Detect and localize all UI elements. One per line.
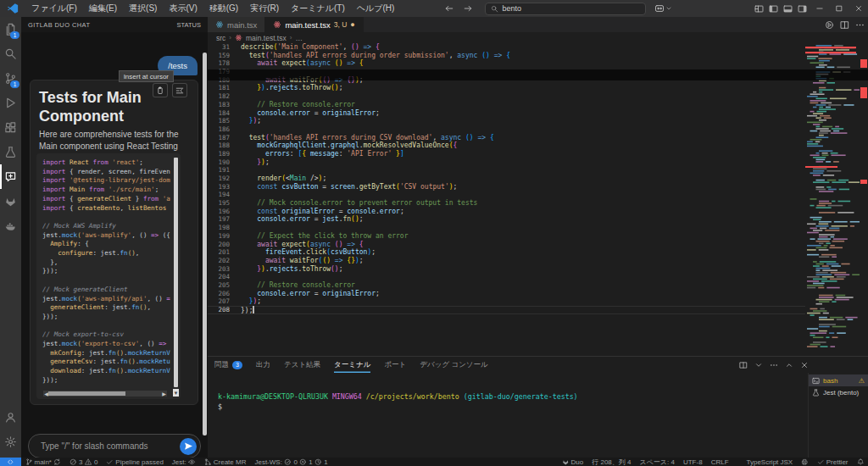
menu-item-1[interactable]: 編集(E) <box>83 3 123 13</box>
terminal-output[interactable]: k-kamimura@DESKTOP-QLRU3UK MINGW64 /c/pr… <box>208 373 809 458</box>
code-line-203[interactable]: 203 }).rejects.toThrow(); <box>208 265 805 274</box>
status-git-branch[interactable]: main* <box>21 458 65 466</box>
layout-customize-button[interactable] <box>752 0 766 17</box>
activity-settings[interactable] <box>0 430 21 454</box>
tab-main-test-tsx[interactable]: main.test.tsx3, U● <box>265 17 363 32</box>
tab-main-tsx[interactable]: main.tsx <box>208 17 265 32</box>
activity-search[interactable] <box>0 42 21 66</box>
code-line-178[interactable]: 178 await expect(async () => { <box>208 59 805 68</box>
insert-cursor-button[interactable] <box>172 83 187 97</box>
code-line-208[interactable]: 208}); <box>208 306 805 314</box>
code-block-vscrollbar[interactable] <box>174 158 178 387</box>
code-line-207[interactable]: 207 }); <box>208 297 805 306</box>
code-line-31[interactable]: 31describe('Main Component', () => { <box>208 43 805 52</box>
chat-input[interactable] <box>39 441 180 452</box>
arrow-right-icon[interactable] <box>463 3 473 14</box>
split-editor-icon[interactable] <box>840 20 849 30</box>
code-line-188[interactable]: 188 mockGraphqlClient.graphql.mockResolv… <box>208 141 805 150</box>
status-encoding[interactable]: UTF-8 <box>679 458 707 466</box>
panel-tab-5[interactable]: デバッグ コンソール <box>420 357 487 373</box>
menu-item-5[interactable]: 実行(R) <box>244 3 285 13</box>
status-language-mode[interactable]: TypeScript JSX <box>733 458 798 466</box>
code-line-183[interactable]: 183 // Restore console.error <box>208 101 805 109</box>
menu-item-4[interactable]: 移動(G) <box>203 3 244 13</box>
code-line-185[interactable]: 185 }); <box>208 117 805 125</box>
columns-icon[interactable] <box>739 361 748 369</box>
code-line-206[interactable]: 206 console.error = originalError; <box>208 290 805 298</box>
window-minimize-button[interactable] <box>810 0 829 17</box>
panel-tab-3[interactable]: ターミナル <box>334 357 370 373</box>
code-line-191[interactable]: 191 <box>208 166 805 175</box>
status-eol[interactable]: CRLF <box>707 458 733 466</box>
status-feedback[interactable] <box>797 458 813 466</box>
code-line-182[interactable]: 182 <box>208 92 805 101</box>
code-line-181[interactable]: 181 }).rejects.toThrow(); <box>208 84 805 92</box>
activity-accounts[interactable] <box>0 405 21 430</box>
code-line-190[interactable]: 190 }); <box>208 158 805 167</box>
status-remote-indicator[interactable] <box>0 458 21 466</box>
layout-panel-button[interactable] <box>781 0 795 17</box>
code-line-186[interactable]: 186 <box>208 125 805 134</box>
code-line-198[interactable]: 198 <box>208 224 805 232</box>
chevron-down-icon[interactable] <box>754 361 763 369</box>
chevron-up-icon[interactable] <box>785 361 793 369</box>
hscroll-thumb[interactable] <box>48 391 125 396</box>
status-formatter[interactable]: Prettier <box>813 458 853 466</box>
code-line-195[interactable]: 195 // Mock console.error to prevent err… <box>208 199 805 208</box>
panel-tab-4[interactable]: ポート <box>384 357 406 373</box>
code-line-159[interactable]: 159 test('handles API errors during orde… <box>208 52 805 60</box>
status-duo[interactable]: Duo <box>558 458 588 466</box>
code-line-192[interactable]: 192 render(<Main />); <box>208 175 805 183</box>
code-line-201[interactable]: 201 fireEvent.click(csvButton); <box>208 248 805 257</box>
status-jest-ws[interactable]: Jest-WS:011 <box>250 458 331 466</box>
activity-source-control[interactable]: 1 <box>0 66 21 91</box>
breadcrumb-root[interactable]: src <box>216 34 225 42</box>
run-circle-icon[interactable] <box>825 20 834 30</box>
terminal-session-jest-bento-[interactable]: Jest (bento) <box>809 386 868 398</box>
window-maximize-button[interactable] <box>829 0 849 17</box>
panel-tab-1[interactable]: 出力 <box>256 357 270 373</box>
sidebar-scrollbar[interactable] <box>203 53 207 435</box>
scroll-down-button[interactable]: ▼ <box>173 389 179 397</box>
ellipsis-icon[interactable] <box>770 361 778 369</box>
ellipsis-icon[interactable] <box>855 20 865 30</box>
activity-gitlab-workflow[interactable] <box>0 189 21 214</box>
code-line-202[interactable]: 202 await waitFor(() => {}); <box>208 257 805 265</box>
activity-extensions[interactable] <box>0 115 21 140</box>
arrow-left-icon[interactable] <box>444 3 454 14</box>
panel-tab-2[interactable]: テスト結果 <box>284 357 320 373</box>
breadcrumb[interactable]: src›main.test.tsx›… <box>208 32 868 43</box>
activity-run-debug[interactable] <box>0 91 21 115</box>
code-block-hscrollbar[interactable]: ◀ ▶ <box>43 391 167 397</box>
activity-testing[interactable] <box>0 140 21 164</box>
breadcrumb-symbol[interactable]: … <box>295 34 303 42</box>
close-icon[interactable] <box>800 361 809 369</box>
status-cursor-position[interactable]: 行 208、列 4 <box>587 458 635 466</box>
status-pipeline-status[interactable]: Pipeline passed <box>102 458 167 466</box>
menu-item-0[interactable]: ファイル(F) <box>25 3 83 13</box>
command-center-search[interactable]: bento <box>485 3 646 15</box>
code-line-205[interactable]: 205 // Restore console.error <box>208 281 805 290</box>
menu-item-3[interactable]: 表示(V) <box>163 3 203 13</box>
minimap[interactable] <box>805 43 860 355</box>
menu-item-7[interactable]: ヘルプ(H) <box>351 3 401 13</box>
code-area[interactable]: 31describe('Main Component', () => {159 … <box>208 43 805 356</box>
code-line-199[interactable]: 199 // Expect the click to throw an erro… <box>208 232 805 241</box>
code-line-197[interactable]: 197 console.error = jest.fn(); <box>208 215 805 224</box>
scroll-right-arrow[interactable]: ▶ <box>161 391 167 397</box>
menu-item-2[interactable]: 選択(S) <box>123 3 163 13</box>
status-indentation[interactable]: スペース: 4 <box>635 458 678 466</box>
terminal-session-bash[interactable]: bash⚠ <box>809 374 868 386</box>
panel-tab-0[interactable]: 問題3 <box>214 357 242 373</box>
activity-docker[interactable] <box>0 214 21 238</box>
activity-explorer[interactable]: 1 <box>0 17 21 42</box>
window-close-button[interactable] <box>849 0 868 17</box>
status-jest-status[interactable]: Jest: <box>168 458 200 466</box>
code-line-184[interactable]: 184 console.error = originalError; <box>208 109 805 118</box>
breadcrumb-file[interactable]: main.test.tsx <box>246 34 287 42</box>
layout-sidebar-button[interactable] <box>766 0 781 17</box>
code-line-200[interactable]: 200 await expect(async () => { <box>208 241 805 249</box>
code-line-196[interactable]: 196 const originalError = console.error; <box>208 208 805 216</box>
menu-item-6[interactable]: ターミナル(T) <box>285 3 351 13</box>
layout-sidebar-right-button[interactable] <box>795 0 810 17</box>
